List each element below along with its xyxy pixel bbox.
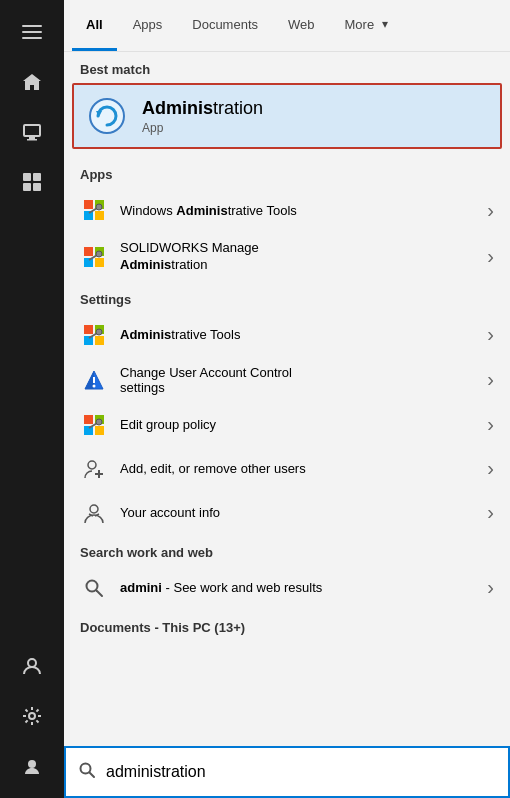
list-item-admin-tools[interactable]: Administrative Tools <box>64 313 510 357</box>
svg-rect-37 <box>84 415 93 424</box>
web-search-icon <box>80 574 108 602</box>
search-bar[interactable] <box>64 746 510 798</box>
svg-point-26 <box>96 251 102 257</box>
svg-point-10 <box>28 659 36 667</box>
svg-rect-24 <box>95 258 104 267</box>
chevron-icon <box>487 457 494 480</box>
list-item-web-search[interactable]: admini - See work and web results <box>64 566 510 610</box>
svg-point-46 <box>90 505 98 513</box>
svg-rect-3 <box>24 125 40 136</box>
svg-point-13 <box>90 99 124 133</box>
svg-rect-8 <box>23 183 31 191</box>
web-search-text: admini - See work and web results <box>120 580 487 595</box>
chevron-icon <box>487 413 494 436</box>
admin-tools-icon <box>80 321 108 349</box>
account-info-text: Your account info <box>120 505 487 520</box>
sidebar-item-device[interactable] <box>8 108 56 156</box>
chevron-icon <box>487 501 494 524</box>
sidebar-item-user[interactable] <box>8 642 56 690</box>
best-match-title: Administration <box>142 98 263 119</box>
svg-rect-15 <box>84 200 93 209</box>
list-item-windows-admin-tools[interactable]: Windows Administrative Tools <box>64 188 510 232</box>
sidebar-item-menu[interactable] <box>8 8 56 56</box>
svg-point-43 <box>88 461 96 469</box>
best-match-header: Best match <box>64 52 510 83</box>
apps-section-header: Apps <box>64 157 510 188</box>
svg-rect-1 <box>22 31 42 33</box>
svg-point-12 <box>28 760 36 768</box>
windows-admin-tools-text: Windows Administrative Tools <box>120 203 487 218</box>
search-input[interactable] <box>106 763 496 781</box>
svg-point-42 <box>96 419 102 425</box>
svg-rect-18 <box>95 211 104 220</box>
list-item-group-policy[interactable]: Edit group policy <box>64 403 510 447</box>
list-item-add-users[interactable]: Add, edit, or remove other users <box>64 447 510 491</box>
sidebar-item-settings[interactable] <box>8 692 56 740</box>
svg-rect-4 <box>29 137 35 139</box>
main-panel: All Apps Documents Web More ▾ Best match <box>64 0 510 798</box>
tab-all[interactable]: All <box>72 0 117 51</box>
add-users-icon <box>80 455 108 483</box>
tab-more[interactable]: More ▾ <box>331 0 403 51</box>
search-web-header: Search work and web <box>64 535 510 566</box>
best-match-item[interactable]: Administration App <box>72 83 502 149</box>
svg-rect-21 <box>84 247 93 256</box>
documents-section-header: Documents - This PC (13+) <box>64 610 510 641</box>
solidworks-text: SOLIDWORKS ManageAdministration <box>120 240 487 274</box>
admin-tools-text: Administrative Tools <box>120 327 487 342</box>
svg-point-11 <box>29 713 35 719</box>
windows-tools-icon <box>80 196 108 224</box>
tab-bar: All Apps Documents Web More ▾ <box>64 0 510 52</box>
best-match-info: Administration App <box>142 98 263 135</box>
group-policy-icon <box>80 411 108 439</box>
add-users-text: Add, edit, or remove other users <box>120 461 487 476</box>
list-item-uac[interactable]: Change User Account Controlsettings <box>64 357 510 403</box>
svg-rect-9 <box>33 183 41 191</box>
uac-icon <box>80 366 108 394</box>
svg-line-50 <box>97 590 103 596</box>
account-info-icon <box>80 499 108 527</box>
svg-rect-2 <box>22 37 42 39</box>
chevron-icon <box>487 323 494 346</box>
svg-rect-7 <box>33 173 41 181</box>
svg-rect-0 <box>22 25 42 27</box>
chevron-icon <box>487 245 494 268</box>
sidebar <box>0 0 64 798</box>
svg-point-32 <box>96 329 102 335</box>
svg-line-52 <box>90 773 95 778</box>
administration-icon <box>86 95 128 137</box>
chevron-icon <box>487 199 494 222</box>
uac-text: Change User Account Controlsettings <box>120 365 487 395</box>
sidebar-item-home[interactable] <box>8 58 56 106</box>
svg-rect-40 <box>95 426 104 435</box>
list-item-account-info[interactable]: Your account info <box>64 491 510 535</box>
svg-rect-5 <box>27 139 37 141</box>
search-icon <box>78 761 96 783</box>
svg-rect-27 <box>84 325 93 334</box>
sidebar-item-apps[interactable] <box>8 158 56 206</box>
search-results: Best match Administration App Apps <box>64 52 510 746</box>
best-match-subtitle: App <box>142 121 263 135</box>
settings-section-header: Settings <box>64 282 510 313</box>
svg-rect-6 <box>23 173 31 181</box>
svg-rect-30 <box>95 336 104 345</box>
svg-point-20 <box>96 204 102 210</box>
chevron-down-icon: ▾ <box>382 17 388 31</box>
group-policy-text: Edit group policy <box>120 417 487 432</box>
tab-documents[interactable]: Documents <box>178 0 272 51</box>
chevron-icon <box>487 368 494 391</box>
sidebar-item-account[interactable] <box>8 742 56 790</box>
chevron-icon <box>487 576 494 599</box>
tab-web[interactable]: Web <box>274 0 329 51</box>
list-item-solidworks[interactable]: SOLIDWORKS ManageAdministration <box>64 232 510 282</box>
solidworks-icon <box>80 243 108 271</box>
tab-apps[interactable]: Apps <box>119 0 177 51</box>
svg-point-36 <box>93 384 96 387</box>
